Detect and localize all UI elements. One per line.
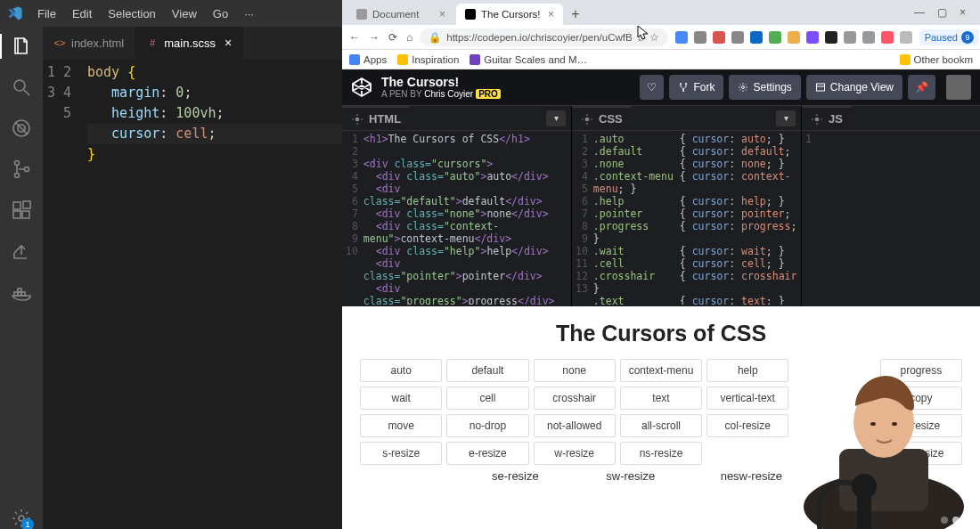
css-editor[interactable]: 1 2 3 4 5 6 7 8 9 10 11 12 13 .auto { cu… [572, 131, 801, 306]
cursor-cell[interactable]: progress [880, 359, 962, 382]
gear-icon[interactable] [351, 113, 363, 126]
cursor-cell[interactable]: move [360, 414, 442, 437]
bookmark-inspiration[interactable]: Inspiration [397, 54, 459, 65]
scss-file-icon: # [146, 37, 159, 49]
tab-index-html[interactable]: <>index.html [43, 27, 135, 59]
cursor-cell[interactable]: all-scroll [620, 414, 702, 437]
cursor-cell[interactable]: e-resize [446, 442, 528, 465]
cursor-cell[interactable]: not-allowed [534, 414, 616, 437]
chevron-down-icon[interactable]: ▾ [776, 110, 796, 126]
svg-point-18 [742, 86, 745, 89]
cursor-cell[interactable]: sw-resize [606, 469, 715, 483]
svg-point-20 [355, 118, 359, 121]
menu-selection[interactable]: Selection [101, 5, 162, 22]
pane-title-label: JS [829, 112, 843, 126]
bookmark-other[interactable]: Other bookm [900, 54, 973, 65]
cursor-cell[interactable]: n-resize [880, 414, 962, 437]
share-icon[interactable] [11, 240, 32, 262]
extension-icon[interactable] [788, 31, 800, 44]
bookmark-guitar[interactable]: Guitar Scales and M… [470, 54, 587, 65]
url-input[interactable]: 🔒 https://codepen.io/chriscoyier/pen/uCw… [420, 28, 667, 46]
cursor-cell[interactable]: col-resize [706, 414, 788, 437]
pin-button[interactable]: 📌 [908, 75, 935, 100]
profile-paused-badge[interactable]: Paused9 [919, 29, 979, 45]
cursor-cell[interactable]: se-resize [492, 469, 601, 483]
code-editor[interactable]: 1 2 3 4 5 body { margin: 0; height: 100v… [43, 59, 342, 529]
cursor-cell[interactable]: ns-resize [620, 442, 702, 465]
home-button[interactable]: ⌂ [406, 31, 412, 44]
cursor-cell[interactable]: context-menu [620, 359, 702, 382]
source-control-icon[interactable] [11, 159, 32, 180]
user-avatar[interactable] [946, 75, 971, 100]
cursor-cell[interactable]: nesw-resize [721, 469, 830, 483]
extension-icon[interactable] [900, 31, 912, 44]
js-editor[interactable]: 1 [802, 131, 980, 306]
cursor-cell[interactable]: auto [360, 359, 442, 382]
extension-icon[interactable] [750, 31, 763, 44]
code-content[interactable]: body { margin: 0; height: 100vh; cursor:… [87, 62, 342, 529]
cursor-cell[interactable]: s-resize [360, 442, 442, 465]
cursor-cell[interactable]: nw-resize [880, 442, 962, 465]
chevron-down-icon[interactable]: ▾ [546, 110, 566, 126]
fork-button[interactable]: Fork [669, 75, 723, 100]
codepen-output: The Cursors of CSS auto default none con… [342, 306, 980, 529]
chrome-tab-document[interactable]: Document× [347, 4, 454, 25]
close-icon[interactable]: × [548, 8, 554, 20]
docker-icon[interactable] [11, 281, 32, 303]
minimize-button[interactable]: — [914, 6, 925, 19]
cursor-cell[interactable]: vertical-text [706, 387, 788, 410]
menu-go[interactable]: Go [206, 5, 235, 22]
cursor-cell[interactable]: none [534, 359, 616, 382]
cursor-cell[interactable]: default [446, 359, 528, 382]
gear-icon[interactable] [811, 113, 823, 126]
extension-icon[interactable] [675, 31, 688, 44]
maximize-button[interactable]: ▢ [937, 6, 947, 19]
cursor-cell[interactable]: text [620, 387, 702, 410]
debug-disabled-icon[interactable] [11, 118, 32, 139]
menu-file[interactable]: File [30, 5, 63, 22]
menu-more[interactable]: ··· [237, 5, 261, 22]
html-editor[interactable]: 1 2 3 4 5 6 7 8 9 10 <h1>The Cursors of … [342, 131, 571, 306]
pane-title-label: CSS [599, 112, 623, 126]
menu-view[interactable]: View [165, 5, 204, 22]
cursor-cell[interactable]: help [706, 359, 788, 382]
close-icon[interactable]: × [439, 8, 445, 20]
search-icon[interactable] [11, 77, 32, 98]
settings-gear-icon[interactable]: 1 [11, 508, 32, 529]
scan-icon[interactable]: ⌕ [638, 32, 644, 43]
pen-title: The Cursors! [381, 76, 501, 89]
new-tab-button[interactable]: + [565, 4, 586, 25]
settings-button[interactable]: Settings [729, 75, 800, 100]
extension-icon[interactable] [881, 31, 894, 44]
close-button[interactable]: × [960, 6, 966, 19]
extension-icon[interactable] [844, 31, 856, 44]
extension-icon[interactable] [731, 31, 744, 44]
cursor-cell[interactable]: no-drop [446, 414, 528, 437]
heart-button[interactable]: ♡ [640, 75, 664, 100]
extension-icon[interactable] [713, 31, 725, 44]
back-button[interactable]: ← [349, 31, 360, 44]
cursor-cell[interactable]: copy [880, 387, 962, 410]
explorer-icon[interactable] [11, 36, 32, 57]
forward-button[interactable]: → [369, 31, 380, 44]
extensions-icon[interactable] [11, 199, 32, 221]
star-icon[interactable]: ☆ [649, 31, 659, 44]
extension-icon[interactable] [825, 31, 837, 44]
reload-button[interactable]: ⟳ [388, 31, 397, 44]
menu-edit[interactable]: Edit [65, 5, 99, 22]
cursor-cell[interactable]: w-resize [534, 442, 616, 465]
close-icon[interactable]: × [225, 36, 232, 50]
cursor-cell[interactable]: cell [446, 387, 528, 410]
chrome-tab-cursors[interactable]: The Cursors!× [456, 4, 563, 25]
change-view-button[interactable]: Change View [806, 75, 902, 100]
cursor-cell[interactable]: wait [360, 387, 442, 410]
extension-icon[interactable] [806, 31, 819, 44]
bookmark-apps[interactable]: Apps [349, 54, 387, 65]
extension-icon[interactable] [862, 31, 875, 44]
extension-icon[interactable] [694, 31, 706, 44]
cursor-cell[interactable]: crosshair [534, 387, 616, 410]
tab-main-scss[interactable]: #main.scss× [135, 27, 243, 59]
gear-icon[interactable] [581, 113, 593, 126]
editor-tabs: <>index.html #main.scss× [43, 27, 342, 59]
extension-icon[interactable] [769, 31, 781, 44]
